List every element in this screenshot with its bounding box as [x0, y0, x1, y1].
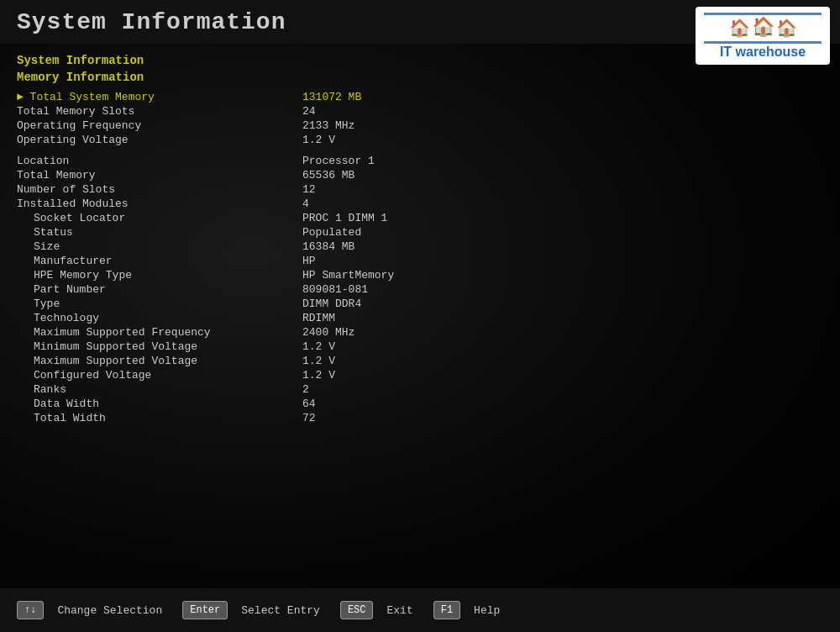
- size-label: Size: [17, 240, 302, 253]
- num-slots-row: Number of Slots 12: [17, 183, 823, 196]
- data-width-label: Data Width: [17, 398, 302, 410]
- hpe-memory-type-value: HP SmartMemory: [302, 269, 394, 282]
- min-voltage-value: 1.2 V: [302, 340, 335, 353]
- total-width-label: Total Width: [17, 412, 302, 424]
- operating-voltage-row: Operating Voltage 1.2 V: [17, 134, 823, 146]
- total-system-memory-label: Total System Memory: [17, 91, 302, 103]
- max-voltage-row: Maximum Supported Voltage 1.2 V: [17, 355, 823, 367]
- exit-label: Exit: [386, 604, 412, 617]
- max-voltage-value: 1.2 V: [302, 355, 335, 367]
- select-entry-label: Select Entry: [241, 604, 320, 617]
- arrows-key: ↑↓: [17, 601, 44, 619]
- configured-voltage-row: Configured Voltage 1.2 V: [17, 369, 823, 382]
- type-value: DIMM DDR4: [302, 298, 361, 310]
- max-freq-value: 2400 MHz: [302, 326, 354, 339]
- operating-voltage-value: 1.2 V: [302, 134, 335, 146]
- technology-row: Technology RDIMM: [17, 312, 823, 324]
- hpe-memory-type-row: HPE Memory Type HP SmartMemory: [17, 269, 823, 282]
- spacer-1: [17, 148, 823, 155]
- total-width-row: Total Width 72: [17, 412, 823, 424]
- part-number-value: 809081-081: [302, 283, 368, 296]
- total-memory-slots-label: Total Memory Slots: [17, 105, 302, 118]
- f1-key: F1: [433, 601, 460, 619]
- size-value: 16384 MB: [302, 240, 354, 253]
- operating-voltage-label: Operating Voltage: [17, 134, 302, 146]
- technology-value: RDIMM: [302, 312, 335, 324]
- socket-locator-row: Socket Locator PROC 1 DIMM 1: [17, 212, 823, 224]
- total-memory-slots-row: Total Memory Slots 24: [17, 105, 823, 118]
- total-system-memory-row: Total System Memory 131072 MB: [17, 91, 823, 103]
- logo-icons: 🏠 🏠 🏠: [729, 16, 797, 39]
- total-width-value: 72: [302, 412, 316, 424]
- operating-frequency-label: Operating Frequency: [17, 119, 302, 132]
- installed-modules-value: 4: [302, 198, 309, 210]
- status-bar: ↑↓ Change Selection Enter Select Entry E…: [0, 588, 840, 632]
- manufacturer-label: Manufacturer: [17, 255, 302, 267]
- type-label: Type: [17, 298, 302, 310]
- max-voltage-label: Maximum Supported Voltage: [17, 355, 302, 367]
- manufacturer-value: HP: [302, 255, 316, 267]
- data-width-value: 64: [302, 398, 316, 410]
- data-width-row: Data Width 64: [17, 398, 823, 410]
- operating-frequency-value: 2133 MHz: [302, 119, 354, 132]
- ranks-value: 2: [302, 383, 309, 396]
- total-memory-label: Total Memory: [17, 169, 302, 182]
- location-label: Location: [17, 155, 302, 167]
- total-system-memory-value: 131072 MB: [302, 91, 361, 103]
- change-selection-label: Change Selection: [57, 604, 162, 617]
- help-label: Help: [474, 604, 500, 617]
- main-content: System Information Memory Information To…: [0, 44, 840, 588]
- hpe-memory-type-label: HPE Memory Type: [17, 269, 302, 282]
- max-freq-label: Maximum Supported Frequency: [17, 326, 302, 339]
- min-voltage-label: Minimum Supported Voltage: [17, 340, 302, 353]
- type-row: Type DIMM DDR4: [17, 298, 823, 310]
- logo-line-top: [704, 13, 822, 15]
- esc-key: ESC: [340, 601, 374, 619]
- memory-info-title: Memory Information: [17, 71, 823, 84]
- enter-key: Enter: [182, 601, 228, 619]
- ranks-label: Ranks: [17, 383, 302, 396]
- system-info-title: System Information: [17, 54, 823, 67]
- operating-frequency-row: Operating Frequency 2133 MHz: [17, 119, 823, 132]
- min-voltage-row: Minimum Supported Voltage 1.2 V: [17, 340, 823, 353]
- installed-modules-row: Installed Modules 4: [17, 198, 823, 210]
- status-label: Status: [17, 226, 302, 239]
- part-number-row: Part Number 809081-081: [17, 283, 823, 296]
- page-title: System Information: [17, 9, 286, 35]
- socket-locator-value: PROC 1 DIMM 1: [302, 212, 387, 224]
- num-slots-label: Number of Slots: [17, 183, 302, 196]
- part-number-label: Part Number: [17, 283, 302, 296]
- configured-voltage-label: Configured Voltage: [17, 369, 302, 382]
- total-memory-value: 65536 MB: [302, 169, 354, 182]
- location-value: Processor 1: [302, 155, 375, 167]
- size-row: Size 16384 MB: [17, 240, 823, 253]
- configured-voltage-value: 1.2 V: [302, 369, 335, 382]
- total-memory-row: Total Memory 65536 MB: [17, 169, 823, 182]
- manufacturer-row: Manufacturer HP: [17, 255, 823, 267]
- total-memory-slots-value: 24: [302, 105, 316, 118]
- status-value: Populated: [302, 226, 361, 239]
- installed-modules-label: Installed Modules: [17, 198, 302, 210]
- location-row: Location Processor 1: [17, 155, 823, 167]
- status-row: Status Populated: [17, 226, 823, 239]
- socket-locator-label: Socket Locator: [17, 212, 302, 224]
- technology-label: Technology: [17, 312, 302, 324]
- num-slots-value: 12: [302, 183, 316, 196]
- max-freq-row: Maximum Supported Frequency 2400 MHz: [17, 326, 823, 339]
- ranks-row: Ranks 2: [17, 383, 823, 396]
